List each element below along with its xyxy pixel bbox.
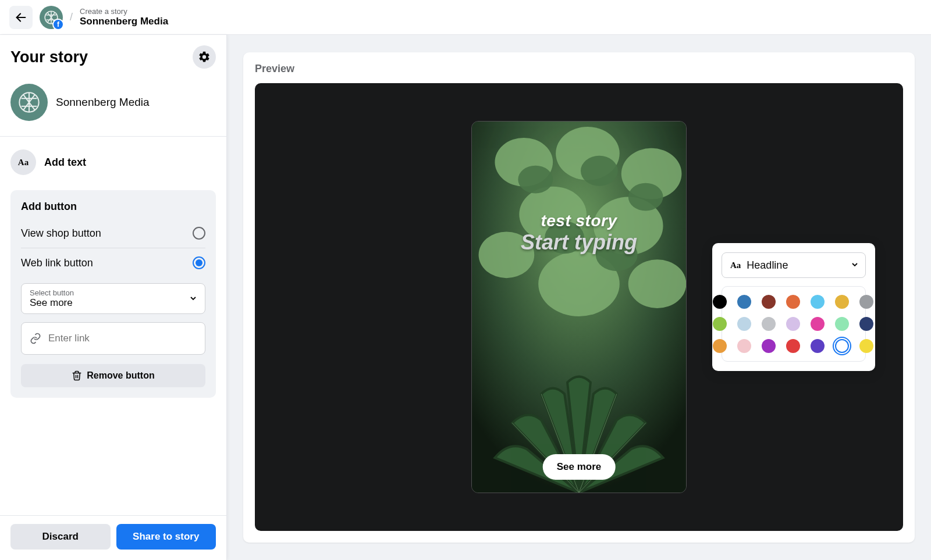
color-swatch[interactable] <box>737 339 751 353</box>
radio-web-link[interactable] <box>193 256 205 269</box>
link-icon <box>30 333 41 344</box>
gear-icon <box>198 51 211 63</box>
svg-point-12 <box>518 166 553 194</box>
leaf-logo-icon <box>17 91 41 114</box>
story-frame[interactable]: test story Start typing See more <box>471 121 687 493</box>
sidebar: Your story Sonnenberg Media Aa Add text … <box>0 35 227 560</box>
color-swatch[interactable] <box>859 339 873 353</box>
add-text-label: Add text <box>44 156 86 169</box>
link-input-box[interactable] <box>21 322 205 355</box>
color-swatch[interactable] <box>762 317 776 331</box>
content-area: Preview <box>227 35 931 560</box>
page-identity-row[interactable]: Sonnenberg Media <box>0 79 226 136</box>
divider <box>21 248 205 248</box>
option-view-shop[interactable]: View shop button <box>21 221 205 245</box>
color-swatch[interactable] <box>835 317 849 331</box>
text-icon: Aa <box>10 149 36 175</box>
breadcrumb-page: Sonnenberg Media <box>80 16 168 27</box>
page-avatar <box>10 84 48 121</box>
color-swatch[interactable] <box>835 339 849 353</box>
preview-title: Preview <box>255 63 903 75</box>
add-button-title: Add button <box>21 201 205 213</box>
remove-button-label: Remove button <box>87 370 154 381</box>
arrow-left-icon <box>15 11 27 24</box>
settings-button[interactable] <box>193 45 216 69</box>
preview-stage: test story Start typing See more Aa Head… <box>255 83 903 531</box>
preview-card: Preview <box>243 52 915 543</box>
color-swatch[interactable] <box>811 295 825 309</box>
color-swatch[interactable] <box>737 295 751 309</box>
radio-view-shop[interactable] <box>193 227 205 240</box>
remove-button[interactable]: Remove button <box>21 364 205 387</box>
font-select-value: Headline <box>747 259 788 272</box>
color-swatch[interactable] <box>811 317 825 331</box>
text-icon: Aa <box>730 261 741 270</box>
text-style-panel: Aa Headline <box>712 243 875 371</box>
color-swatch[interactable] <box>713 295 727 309</box>
add-text-button[interactable]: Aa Add text <box>0 137 226 188</box>
trash-icon <box>72 370 82 381</box>
select-button-label: Select button <box>30 288 197 297</box>
color-swatch[interactable] <box>859 295 873 309</box>
discard-button[interactable]: Discard <box>10 524 111 550</box>
svg-point-14 <box>628 183 663 211</box>
font-select-dropdown[interactable]: Aa Headline <box>722 252 866 278</box>
color-swatch[interactable] <box>835 295 849 309</box>
color-swatch[interactable] <box>713 317 727 331</box>
select-button-value: See more <box>30 297 197 309</box>
story-cta-button[interactable]: See more <box>543 454 616 480</box>
option-web-link[interactable]: Web link button <box>21 251 205 275</box>
color-swatch-box <box>722 286 866 362</box>
color-swatch[interactable] <box>762 295 776 309</box>
color-swatch[interactable] <box>811 339 825 353</box>
story-text-line1: test story <box>472 212 686 230</box>
svg-point-11 <box>628 259 686 308</box>
story-text-line2: Start typing <box>472 230 686 255</box>
svg-point-13 <box>581 156 618 186</box>
page-avatar-small[interactable]: f <box>40 6 63 29</box>
breadcrumb-separator: / <box>70 11 73 23</box>
color-swatch[interactable] <box>737 317 751 331</box>
color-swatch[interactable] <box>859 317 873 331</box>
sidebar-title: Your story <box>10 48 88 66</box>
link-input[interactable] <box>48 333 197 344</box>
color-swatch[interactable] <box>786 317 800 331</box>
share-button[interactable]: Share to story <box>116 524 216 550</box>
sidebar-footer: Discard Share to story <box>0 515 226 560</box>
add-button-card: Add button View shop button Web link but… <box>10 190 216 398</box>
caret-down-icon <box>851 261 858 268</box>
facebook-badge-icon: f <box>52 19 64 30</box>
caret-down-icon <box>190 295 197 302</box>
story-background-image <box>472 122 686 493</box>
color-swatch[interactable] <box>786 295 800 309</box>
topbar: f / Create a story Sonnenberg Media <box>0 0 931 35</box>
page-name: Sonnenberg Media <box>56 96 150 109</box>
story-text[interactable]: test story Start typing <box>472 212 686 255</box>
breadcrumb-top: Create a story <box>80 7 168 16</box>
color-swatch[interactable] <box>713 339 727 353</box>
color-swatch[interactable] <box>762 339 776 353</box>
select-button-dropdown[interactable]: Select button See more <box>21 283 205 314</box>
color-swatch[interactable] <box>786 339 800 353</box>
breadcrumb: Create a story Sonnenberg Media <box>80 7 168 27</box>
back-button[interactable] <box>9 6 33 29</box>
